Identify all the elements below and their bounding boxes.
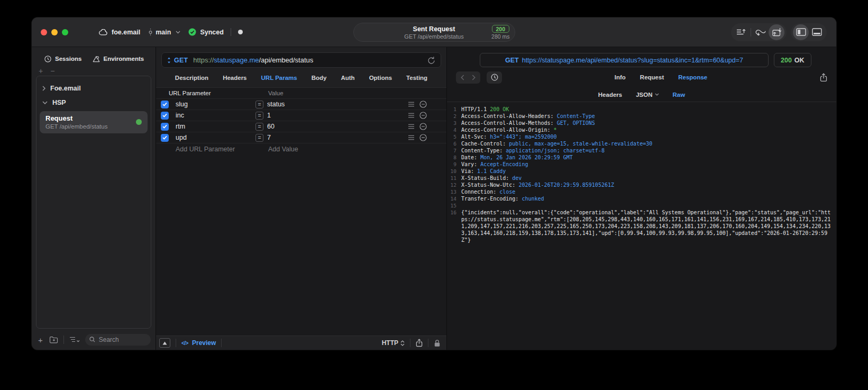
request-duration: 280 ms	[491, 33, 509, 40]
group-by-button[interactable]	[69, 337, 80, 343]
minimize-window-button[interactable]	[51, 29, 58, 35]
sent-request-pill[interactable]: Sent Request GET /api/embed/status 200 2…	[353, 23, 515, 42]
tab-testing[interactable]: Testing	[406, 75, 427, 81]
line-content: X-Status-Build: dev	[461, 175, 836, 182]
code-line: 6Cache-Control: public, max-age=15, stal…	[447, 140, 836, 147]
param-row-slug[interactable]: slug =status	[156, 99, 446, 110]
line-content: Access-Control-Allow-Headers: Content-Ty…	[461, 113, 836, 120]
tab-environments[interactable]: Environments	[93, 56, 144, 62]
tab-sessions[interactable]: Sessions	[44, 56, 82, 62]
sort-export-button[interactable]	[733, 24, 749, 40]
tab-auth[interactable]: Auth	[341, 75, 354, 81]
param-checkbox[interactable]	[161, 123, 169, 131]
param-row-inc[interactable]: inc =1	[156, 110, 446, 121]
remove-param-button[interactable]	[419, 101, 427, 108]
toggle-bottom-panel-button[interactable]	[809, 24, 825, 40]
param-row-upd[interactable]: upd =7	[156, 132, 446, 143]
import-export-button[interactable]	[769, 24, 784, 40]
history-clock-icon	[44, 56, 51, 62]
subtab-raw[interactable]: Raw	[673, 92, 686, 98]
footer-divider	[428, 339, 428, 347]
add-item-button[interactable]: +	[39, 67, 43, 75]
request-success-dot	[136, 119, 142, 125]
request-url[interactable]: https://statuspage.me/api/embed/status	[191, 56, 313, 64]
response-raw-body[interactable]: 1HTTP/1.1 200 OK2Access-Control-Allow-He…	[447, 102, 836, 350]
titlebar-divider	[231, 28, 231, 36]
tab-url-params[interactable]: URL Params	[261, 75, 297, 81]
forward-button[interactable]	[468, 72, 479, 83]
share-icon[interactable]	[416, 339, 423, 347]
tab-response[interactable]: Response	[678, 74, 707, 80]
param-checkbox[interactable]	[161, 134, 169, 142]
fullscreen-window-button[interactable]	[62, 29, 68, 35]
tab-body[interactable]: Body	[312, 75, 327, 81]
tab-info[interactable]: Info	[615, 74, 626, 80]
add-value-placeholder[interactable]: Add Value	[255, 146, 298, 153]
row-options-icon[interactable]	[408, 135, 415, 140]
tree-group-hsp[interactable]: HSP	[36, 95, 151, 110]
tree-group-foe-email[interactable]: Foe.email	[36, 81, 151, 95]
sidebar-tree-panel: Foe.email HSP Request GET /api/embed/sta…	[36, 76, 151, 329]
branch-selector[interactable]: main	[148, 29, 180, 36]
param-checkbox[interactable]	[161, 101, 169, 108]
line-number: 11	[447, 175, 461, 182]
back-button[interactable]	[457, 72, 468, 83]
response-status-code: 200	[781, 57, 792, 64]
param-value[interactable]: 7	[267, 134, 271, 141]
param-checkbox[interactable]	[161, 112, 169, 120]
request-method[interactable]: GET	[174, 57, 188, 64]
preview-button[interactable]: </> Preview	[181, 339, 216, 347]
subtab-headers[interactable]: Headers	[598, 92, 622, 98]
param-name[interactable]: rtm	[176, 123, 185, 130]
tab-description[interactable]: Description	[175, 75, 208, 81]
param-name[interactable]: upd	[176, 134, 187, 141]
line-number: 9	[447, 161, 461, 168]
collapse-panel-button[interactable]	[159, 338, 170, 348]
close-window-button[interactable]	[41, 29, 47, 35]
new-folder-button[interactable]	[49, 336, 58, 343]
history-clock-button[interactable]	[487, 71, 502, 84]
param-name[interactable]: inc	[176, 112, 184, 119]
param-value[interactable]: 1	[267, 112, 271, 119]
sync-status[interactable]: Synced	[188, 28, 223, 36]
remove-param-button[interactable]	[419, 123, 427, 130]
sync-pull-button[interactable]	[753, 24, 769, 40]
request-url-bar[interactable]: GET https://statuspage.me/api/embed/stat…	[161, 52, 441, 68]
tab-request[interactable]: Request	[640, 74, 664, 80]
method-stepper-icon[interactable]	[167, 57, 171, 64]
remove-item-button[interactable]: −	[50, 67, 54, 75]
sent-url-display[interactable]: GET https://statuspage.me/api/embed/stat…	[480, 53, 769, 67]
request-list-item-selected[interactable]: Request GET /api/embed/status	[40, 111, 148, 133]
sidebar-footer: +	[32, 332, 156, 350]
param-value[interactable]: 60	[267, 123, 275, 130]
export-response-icon[interactable]	[820, 73, 827, 82]
param-name[interactable]: slug	[176, 101, 188, 108]
row-options-icon[interactable]	[408, 113, 415, 118]
remove-param-button[interactable]	[419, 112, 427, 119]
protocol-selector[interactable]: HTTP	[382, 339, 405, 347]
search-icon	[89, 337, 95, 342]
param-row-rtm[interactable]: rtm =60	[156, 121, 446, 132]
resend-request-button[interactable]	[427, 56, 435, 65]
sent-request-subtitle: GET /api/embed/status	[404, 33, 463, 40]
line-number: 7	[447, 147, 461, 154]
row-options-icon[interactable]	[408, 102, 415, 107]
add-param-placeholder[interactable]: Add URL Parameter	[176, 146, 235, 153]
chevron-down-icon	[655, 93, 659, 96]
toggle-sidebar-button[interactable]	[793, 24, 809, 40]
project-menu[interactable]: foe.email	[99, 29, 140, 36]
tab-options[interactable]: Options	[369, 75, 392, 81]
tab-headers[interactable]: Headers	[223, 75, 246, 81]
new-request-button[interactable]: +	[38, 336, 43, 344]
url-scheme: https://	[193, 56, 214, 64]
param-value[interactable]: status	[267, 101, 285, 108]
remove-param-button[interactable]	[419, 134, 427, 141]
code-line: 15	[447, 202, 836, 209]
add-param-row[interactable]: Add URL Parameter Add Value	[156, 143, 446, 155]
subtab-json[interactable]: JSON	[636, 92, 659, 98]
tree-group-label: HSP	[52, 99, 66, 106]
response-pane: GET https://statuspage.me/api/embed/stat…	[447, 47, 836, 350]
lock-icon[interactable]	[434, 339, 441, 347]
row-options-icon[interactable]	[408, 124, 415, 129]
environments-icon	[93, 56, 100, 62]
